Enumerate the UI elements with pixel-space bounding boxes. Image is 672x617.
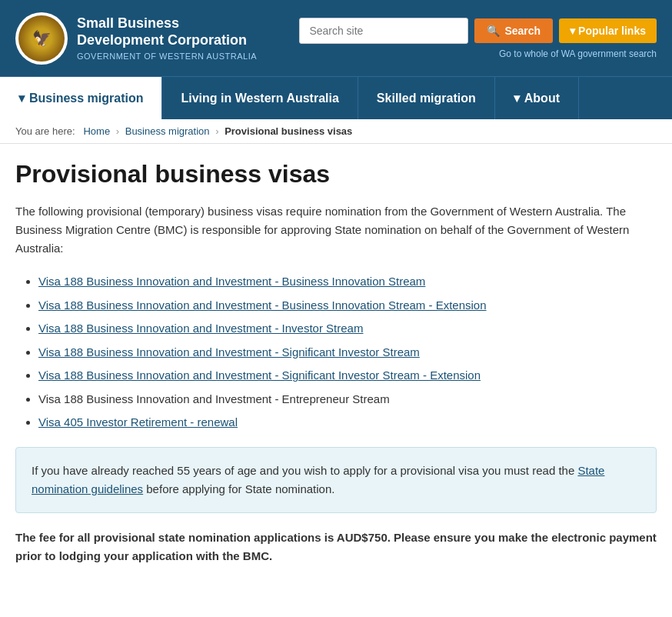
nav-item-business-migration[interactable]: ▾ Business migration <box>0 77 162 119</box>
chevron-down-icon: ▾ <box>18 91 25 105</box>
org-name-title: Small Business Development Corporation <box>77 15 257 48</box>
breadcrumb-separator: › <box>116 125 119 137</box>
logo-circle: 🦅 <box>15 12 68 65</box>
list-item: Visa 188 Business Innovation and Investm… <box>38 391 657 409</box>
visa-link-5[interactable]: Visa 188 Business Innovation and Investm… <box>38 369 481 382</box>
search-button[interactable]: 🔍 Search <box>474 18 553 43</box>
visa-list: Visa 188 Business Innovation and Investm… <box>15 273 657 432</box>
nav-item-label: Living in Western Australia <box>181 92 338 105</box>
visa-link-3[interactable]: Visa 188 Business Innovation and Investm… <box>38 322 363 335</box>
search-icon: 🔍 <box>487 25 500 37</box>
wa-coat-of-arms-icon: 🦅 <box>18 15 65 62</box>
fee-notice-text: The fee for all provisional state nomina… <box>15 531 657 562</box>
wa-search-link[interactable]: Go to whole of WA government search <box>499 48 657 59</box>
main-nav: ▾ Business migration Living in Western A… <box>0 76 672 119</box>
nav-item-label: About <box>524 92 560 105</box>
list-item: Visa 405 Investor Retirement - renewal <box>38 414 657 432</box>
search-btn-label: Search <box>504 25 541 37</box>
search-row: 🔍 Search ▾ Popular links <box>299 18 657 44</box>
chevron-down-icon: ▾ <box>514 91 520 105</box>
nav-item-label: Business migration <box>29 92 143 105</box>
visa-item-text: Visa 188 Business Innovation and Investm… <box>38 392 390 405</box>
org-name-line1: Small Business <box>77 15 179 31</box>
site-header: 🦅 Small Business Development Corporation… <box>0 0 672 76</box>
visa-link-2[interactable]: Visa 188 Business Innovation and Investm… <box>38 298 487 312</box>
nav-item-living-wa[interactable]: Living in Western Australia <box>162 77 358 119</box>
breadcrumb-prefix: You are here: <box>15 125 75 137</box>
visa-link-4[interactable]: Visa 188 Business Innovation and Investm… <box>38 345 420 359</box>
info-box-text-before: If you have already reached 55 years of … <box>32 464 577 477</box>
breadcrumb-section[interactable]: Business migration <box>125 125 210 137</box>
page-title: Provisional business visas <box>15 159 657 188</box>
search-input[interactable] <box>299 18 468 44</box>
header-search-area: 🔍 Search ▾ Popular links Go to whole of … <box>299 18 657 59</box>
chevron-down-icon: ▾ <box>570 25 575 37</box>
breadcrumb-home[interactable]: Home <box>83 125 110 137</box>
org-subtitle: GOVERNMENT OF WESTERN AUSTRALIA <box>77 52 257 61</box>
nav-item-skilled-migration[interactable]: Skilled migration <box>358 77 495 119</box>
fee-notice: The fee for all provisional state nomina… <box>15 529 657 565</box>
list-item: Visa 188 Business Innovation and Investm… <box>38 273 657 291</box>
intro-paragraph: The following provisional (temporary) bu… <box>15 202 657 258</box>
visa-link-7[interactable]: Visa 405 Investor Retirement - renewal <box>38 415 238 429</box>
breadcrumb-separator: › <box>215 125 218 137</box>
header-logo-area: 🦅 Small Business Development Corporation… <box>15 12 257 65</box>
list-item: Visa 188 Business Innovation and Investm… <box>38 344 657 362</box>
org-name-line2: Development Corporation <box>77 32 247 48</box>
popular-links-button[interactable]: ▾ Popular links <box>559 18 657 43</box>
info-box-text-after: before applying for State nomination. <box>143 482 334 495</box>
breadcrumb-current: Provisional business visas <box>225 125 352 137</box>
nav-item-label: Skilled migration <box>377 92 476 105</box>
main-content: Provisional business visas The following… <box>0 144 672 589</box>
org-name-block: Small Business Development Corporation G… <box>77 15 257 61</box>
info-box: If you have already reached 55 years of … <box>15 447 657 513</box>
list-item: Visa 188 Business Innovation and Investm… <box>38 320 657 338</box>
nav-item-about[interactable]: ▾ About <box>495 77 579 119</box>
visa-link-1[interactable]: Visa 188 Business Innovation and Investm… <box>38 275 425 288</box>
list-item: Visa 188 Business Innovation and Investm… <box>38 297 657 315</box>
list-item: Visa 188 Business Innovation and Investm… <box>38 367 657 385</box>
breadcrumb: You are here: Home › Business migration … <box>0 119 672 144</box>
popular-btn-label: Popular links <box>578 25 646 37</box>
